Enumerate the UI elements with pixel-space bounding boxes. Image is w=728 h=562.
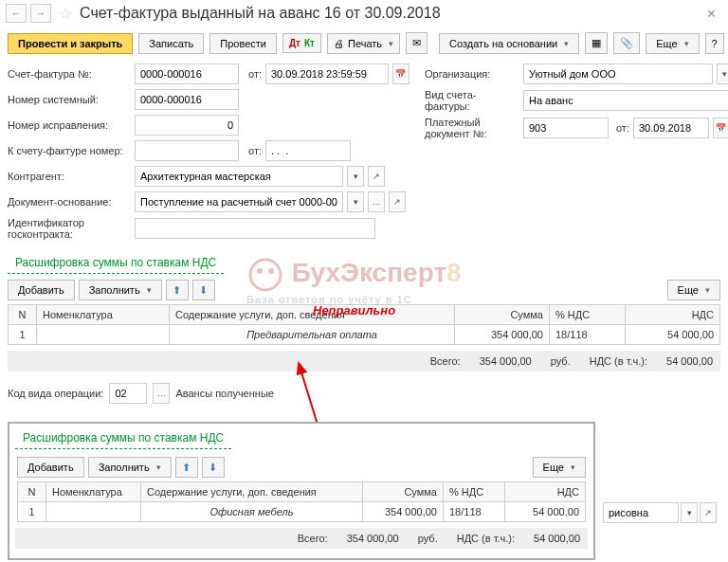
number-field[interactable] (135, 63, 239, 84)
col-content: Содержание услуги, доп. сведения (170, 305, 455, 325)
window-title: Счет-фактура выданный на аванс 16 от 30.… (80, 5, 697, 22)
extra-field: ▾ ↗ (603, 502, 717, 523)
add-row-button-2[interactable]: Добавить (17, 457, 84, 478)
totals-row-2: Всего: 354 000,00 руб. НДС (в т.ч.): 54 … (15, 528, 588, 549)
svg-point-2 (268, 268, 274, 274)
number-label: Счет-фактура №: (8, 68, 131, 80)
svg-point-1 (257, 268, 263, 274)
extra-dropdown-icon[interactable]: ▾ (681, 502, 698, 523)
annot-wrong: Неправильно (313, 303, 395, 317)
kind-label: Вид счета-фактуры: (425, 89, 519, 112)
basis-dropdown-icon[interactable]: ▾ (347, 191, 364, 212)
contr-open-icon[interactable]: ↗ (368, 166, 385, 187)
col-vat: НДС (626, 305, 720, 325)
add-row-button[interactable]: Добавить (8, 280, 75, 300)
post-button[interactable]: Провести (209, 33, 277, 54)
fill-button-2[interactable]: Заполнить (88, 457, 172, 478)
more-button[interactable]: Еще (646, 33, 699, 54)
to-invoice-label: К счету-фактуре номер: (8, 145, 131, 156)
sysnum-label: Номер системный: (8, 94, 131, 105)
nav-back[interactable]: ← (6, 4, 27, 23)
move-up-icon[interactable]: ⬆ (166, 280, 189, 300)
grid-more-button-2[interactable]: Еще (533, 457, 586, 478)
date-field[interactable] (265, 63, 389, 84)
col-rate: % НДС (550, 305, 626, 325)
nav-fwd[interactable]: → (30, 4, 51, 23)
kind-field[interactable] (523, 90, 728, 111)
corrnum-field[interactable] (135, 115, 239, 136)
basis-open-icon[interactable]: ↗ (389, 191, 406, 212)
paydoc-date[interactable] (633, 118, 709, 138)
create-based-button[interactable]: Создать на основании (439, 33, 579, 54)
opcode-field[interactable] (109, 383, 147, 404)
attach-icon[interactable]: 📎 (613, 32, 640, 54)
contr-label: Контрагент: (8, 171, 131, 182)
gk-label: Идентификатор госконтракта: (8, 217, 131, 240)
to-invoice-field[interactable] (135, 140, 239, 161)
favorite-star-icon[interactable]: ☆ (59, 5, 72, 23)
related-icon[interactable]: ▦ (585, 32, 608, 54)
vat-grid-right: N Номенклатура Содержание услуги, доп. с… (17, 481, 586, 522)
save-button[interactable]: Записать (138, 33, 204, 54)
post-and-close-button[interactable]: Провести и закрыть (8, 33, 133, 54)
table-row: 1 Предварительная оплата 354 000,00 18/1… (9, 325, 720, 345)
calendar-icon[interactable]: 📅 (392, 63, 410, 84)
correct-panel: Расшифровка суммы по ставкам НДС Добавит… (8, 422, 595, 560)
basis-field[interactable] (135, 191, 343, 212)
col-sum: Сумма (455, 305, 550, 325)
opcode-desc: Авансы полученные (175, 388, 274, 399)
print-button[interactable]: 🖨 Печать (327, 33, 400, 54)
move-down-icon-2[interactable]: ⬇ (202, 457, 225, 478)
org-dropdown-icon[interactable]: ▾ (717, 63, 728, 84)
opcode-pick-icon[interactable]: … (153, 383, 170, 404)
fill-button[interactable]: Заполнить (79, 280, 162, 300)
opcode-label: Код вида операции: (8, 388, 103, 399)
move-down-icon[interactable]: ⬇ (192, 280, 215, 300)
org-field[interactable] (523, 63, 713, 84)
org-label: Организация: (425, 68, 519, 80)
contr-field[interactable] (135, 166, 343, 187)
paydoc-from-label: от: (616, 122, 629, 134)
section-title-2: Расшифровка суммы по ставкам НДС (15, 427, 231, 449)
section-title: Расшифровка суммы по ставкам НДС (8, 252, 224, 274)
to-invoice-date[interactable] (265, 140, 351, 161)
extra-open-icon[interactable]: ↗ (700, 502, 717, 523)
from-label: от: (248, 68, 262, 80)
col-n: N (9, 305, 37, 325)
dt-kt-icon[interactable]: ДтКт (282, 33, 321, 53)
totals-row: Всего: 354 000,00 руб. НДС (в т.ч.): 54 … (8, 351, 720, 372)
help-icon[interactable]: ? (705, 33, 724, 54)
close-icon[interactable]: ✕ (701, 7, 722, 21)
to-invoice-from-label: от: (248, 145, 262, 156)
contr-dropdown-icon[interactable]: ▾ (347, 166, 364, 187)
table-row: 1 Офисная мебель 354 000,00 18/118 54 00… (18, 502, 586, 522)
paydoc-field[interactable] (523, 118, 609, 138)
email-icon[interactable]: ✉ (406, 32, 428, 54)
grid-more-button[interactable]: Еще (667, 280, 720, 300)
col-nomen: Номенклатура (37, 305, 170, 325)
sysnum-field[interactable] (135, 89, 239, 110)
basis-label: Документ-основание: (8, 196, 131, 208)
gk-field[interactable] (135, 218, 375, 239)
move-up-icon-2[interactable]: ⬆ (175, 457, 198, 478)
corrnum-label: Номер исправления: (8, 119, 131, 131)
paydoc-label: Платежный документ №: (425, 117, 519, 139)
paydoc-cal-icon[interactable]: 📅 (713, 118, 728, 138)
basis-pick-icon[interactable]: … (368, 191, 385, 212)
